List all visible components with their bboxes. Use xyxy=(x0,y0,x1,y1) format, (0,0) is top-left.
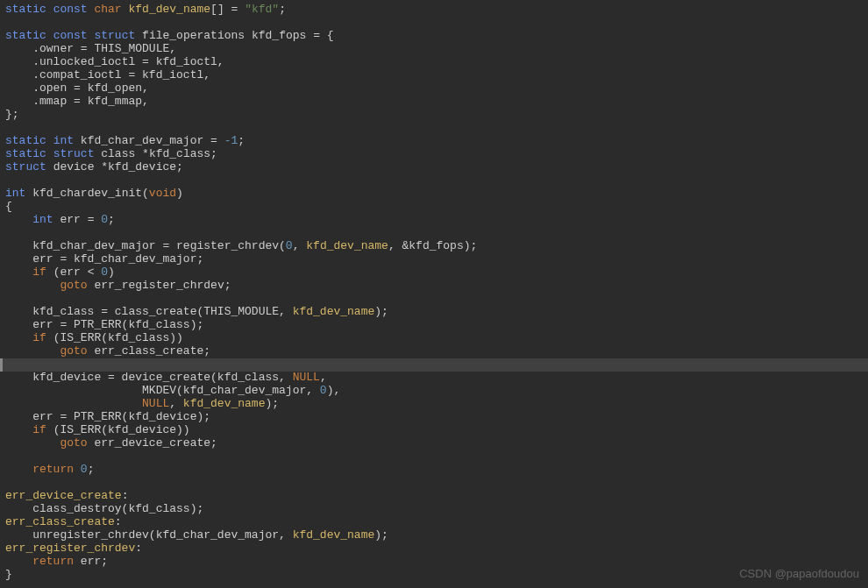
code-line: if (IS_ERR(kfd_class)) xyxy=(0,332,868,345)
code-line: err_device_create: xyxy=(0,490,868,503)
code-line: if (err < 0) xyxy=(0,266,868,280)
code-line xyxy=(0,17,868,30)
code-line: }; xyxy=(0,109,868,122)
code-line: int kfd_chardev_init(void) xyxy=(0,188,868,201)
code-line: struct device *kfd_device; xyxy=(0,161,868,174)
code-line: kfd_class = class_create(THIS_MODULE, kf… xyxy=(0,306,868,319)
code-line xyxy=(0,174,868,188)
code-line: class_destroy(kfd_class); xyxy=(0,503,868,516)
code-line: unregister_chrdev(kfd_char_dev_major, kf… xyxy=(0,529,868,542)
code-line: int err = 0; xyxy=(0,214,868,227)
code-line xyxy=(0,293,868,306)
code-line: static const struct file_operations kfd_… xyxy=(0,30,868,43)
code-line: if (IS_ERR(kfd_device)) xyxy=(0,424,868,437)
watermark-text: CSDN @papaofdoudou xyxy=(739,568,859,581)
code-line: return 0; xyxy=(0,464,868,477)
code-line: err = kfd_char_dev_major; xyxy=(0,253,868,266)
code-line: goto err_class_create; xyxy=(0,345,868,358)
code-line xyxy=(0,227,868,240)
code-line: err = PTR_ERR(kfd_class); xyxy=(0,319,868,332)
code-line-highlighted xyxy=(0,358,868,372)
code-line: .mmap = kfd_mmap, xyxy=(0,96,868,109)
code-line: { xyxy=(0,201,868,214)
code-line: static const char kfd_dev_name[] = "kfd"… xyxy=(0,4,868,17)
code-line: err_register_chrdev: xyxy=(0,542,868,556)
code-line: NULL, kfd_dev_name); xyxy=(0,398,868,411)
code-line: .owner = THIS_MODULE, xyxy=(0,43,868,56)
code-line: static int kfd_char_dev_major = -1; xyxy=(0,135,868,148)
code-line: err_class_create: xyxy=(0,516,868,529)
code-line: static struct class *kfd_class; xyxy=(0,148,868,161)
code-line: MKDEV(kfd_char_dev_major, 0), xyxy=(0,385,868,398)
code-line: kfd_device = device_create(kfd_class, NU… xyxy=(0,372,868,385)
code-line: return err; xyxy=(0,556,868,569)
code-line: kfd_char_dev_major = register_chrdev(0, … xyxy=(0,240,868,253)
code-editor[interactable]: static const char kfd_dev_name[] = "kfd"… xyxy=(0,4,868,582)
code-line: err = PTR_ERR(kfd_device); xyxy=(0,411,868,424)
code-line: .open = kfd_open, xyxy=(0,82,868,96)
code-line: goto err_register_chrdev; xyxy=(0,280,868,293)
code-line: .unlocked_ioctl = kfd_ioctl, xyxy=(0,56,868,69)
code-line: goto err_device_create; xyxy=(0,437,868,450)
code-line xyxy=(0,450,868,464)
code-line: } xyxy=(0,569,868,582)
code-line xyxy=(0,122,868,135)
code-line xyxy=(0,477,868,490)
code-line: .compat_ioctl = kfd_ioctl, xyxy=(0,69,868,82)
